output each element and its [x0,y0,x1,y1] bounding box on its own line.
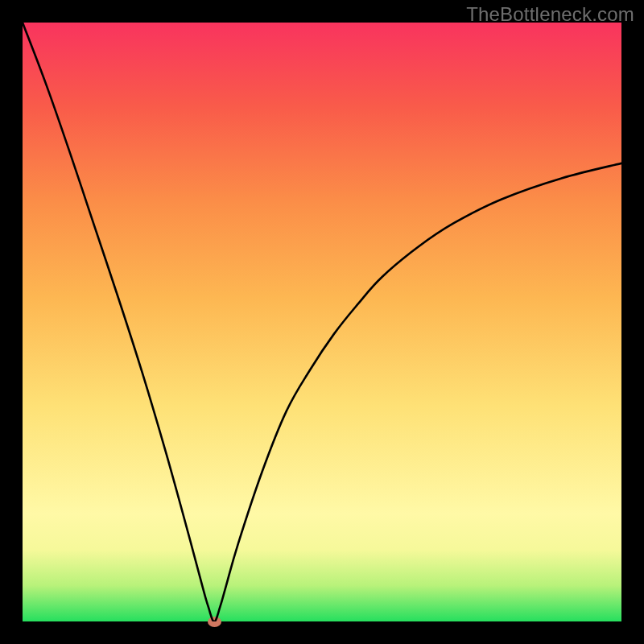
plot-area [23,23,621,621]
watermark-text: TheBottleneck.com [466,3,634,26]
chart-container: TheBottleneck.com [0,0,644,644]
curve-svg [23,23,621,621]
bottleneck-curve-path [23,23,621,621]
